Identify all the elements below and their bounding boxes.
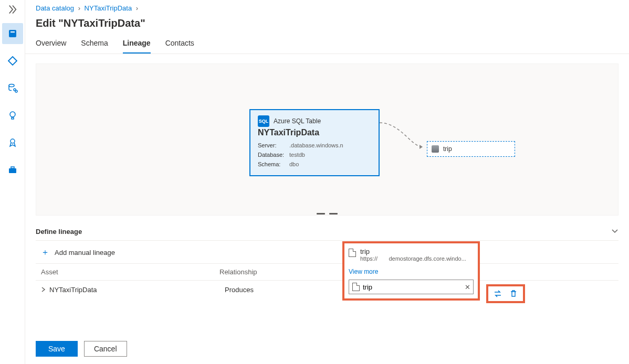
svg-point-6 (11, 139, 15, 143)
node-database-label: Database: (258, 150, 289, 159)
expand-row-button[interactable] (41, 286, 46, 294)
clear-search-button[interactable]: ✕ (462, 283, 473, 291)
resize-grip[interactable] (317, 213, 338, 217)
tab-lineage[interactable]: Lineage (123, 37, 151, 53)
svg-point-4 (15, 90, 17, 92)
add-label: Add manual lineage (55, 249, 115, 256)
main-panel: Data catalog › NYTaxiTripData › Edit "NY… (25, 0, 629, 364)
swap-direction-button[interactable] (492, 288, 504, 299)
view-more-link[interactable]: View more (349, 265, 474, 280)
lineage-canvas[interactable]: SQL Azure SQL Table NYTaxiTripData Serve… (36, 63, 618, 216)
chevron-down-icon (611, 227, 618, 234)
search-result-name: trip (360, 248, 466, 255)
toolbox-icon (7, 165, 18, 175)
row-asset: NYTaxiTripData (49, 286, 225, 294)
breadcrumb: Data catalog › NYTaxiTripData › (25, 0, 629, 14)
nav-rail (0, 0, 25, 364)
ribbon-icon (7, 137, 18, 148)
lineage-arrow (380, 121, 427, 151)
target-name: trip (443, 145, 452, 153)
search-result[interactable]: trip https:// demostorage.dfs.core.windo… (349, 247, 474, 265)
svg-rect-7 (9, 168, 16, 173)
svg-rect-8 (11, 167, 14, 168)
breadcrumb-root[interactable]: Data catalog (36, 4, 74, 12)
asset-search-popup: trip https:// demostorage.dfs.core.windo… (342, 241, 480, 301)
book-icon (7, 28, 18, 39)
asset-search-field[interactable]: ✕ (349, 280, 474, 294)
trash-icon (509, 290, 518, 298)
svg-point-5 (10, 112, 15, 117)
node-title: NYTaxiTripData (258, 128, 371, 137)
breadcrumb-current[interactable]: NYTaxiTripData (85, 4, 132, 12)
node-type-label: Azure SQL Table (274, 117, 321, 125)
file-icon (349, 249, 356, 257)
node-schema-label: Schema: (258, 159, 289, 169)
node-database-value: testdb (289, 150, 305, 159)
col-asset: Asset (41, 268, 219, 276)
rail-scan[interactable] (2, 105, 23, 126)
plus-icon: ＋ (41, 247, 49, 258)
node-server-label: Server: (258, 141, 289, 150)
rail-insights[interactable] (2, 50, 23, 71)
swap-icon (493, 289, 502, 298)
chevron-right-double-icon (7, 4, 18, 15)
svg-point-2 (9, 84, 14, 87)
add-manual-lineage-button[interactable]: ＋ Add manual lineage (36, 241, 618, 264)
dataset-icon (432, 145, 439, 153)
chevron-right-icon (41, 287, 46, 292)
diamond-icon (7, 56, 18, 66)
search-result-path: https:// demostorage.dfs.core.windo... (360, 255, 466, 262)
bulb-icon (7, 110, 18, 121)
lineage-row: NYTaxiTripData Produces (36, 281, 618, 299)
col-relationship: Relationship (219, 268, 340, 276)
svg-rect-1 (11, 31, 15, 33)
tab-schema[interactable]: Schema (81, 37, 108, 53)
tab-contacts[interactable]: Contacts (165, 37, 194, 53)
sql-icon: SQL (258, 115, 269, 127)
file-icon (352, 283, 360, 291)
chevron-right-icon: › (76, 4, 82, 12)
database-link-icon (7, 83, 18, 93)
expand-rail-button[interactable] (4, 2, 21, 17)
lineage-node-target[interactable]: trip (427, 141, 515, 157)
rail-management[interactable] (2, 159, 23, 180)
tab-overview[interactable]: Overview (36, 37, 66, 53)
node-server-value: .database.windows.n (289, 141, 343, 150)
lineage-table-header: Asset Relationship (36, 264, 618, 281)
row-relationship: Produces (225, 286, 345, 294)
tabs: Overview Schema Lineage Contacts (25, 37, 629, 54)
chevron-right-icon: › (134, 4, 140, 12)
lineage-node-source[interactable]: SQL Azure SQL Table NYTaxiTripData Serve… (249, 109, 380, 176)
delete-lineage-button[interactable] (508, 288, 519, 299)
define-lineage-section: Define lineage ＋ Add manual lineage Asse… (36, 223, 618, 299)
collapse-section-button[interactable] (611, 227, 618, 236)
section-title: Define lineage (36, 228, 82, 235)
rail-sources[interactable] (2, 78, 23, 99)
node-schema-value: dbo (289, 159, 299, 169)
save-button[interactable]: Save (36, 341, 78, 357)
rail-policies[interactable] (2, 132, 23, 153)
page-title: Edit "NYTaxiTripData" (25, 14, 629, 37)
svg-rect-0 (9, 30, 16, 37)
footer-actions: Save Cancel (36, 341, 127, 357)
asset-search-input[interactable] (363, 283, 462, 291)
rail-catalog[interactable] (2, 23, 23, 44)
lineage-row-actions (486, 284, 525, 303)
cancel-button[interactable]: Cancel (84, 341, 127, 357)
